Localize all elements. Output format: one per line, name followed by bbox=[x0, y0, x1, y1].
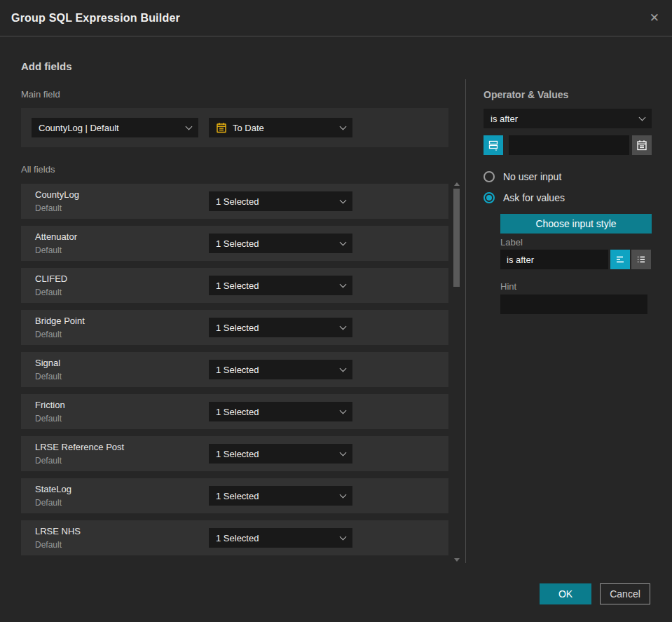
field-values-select[interactable]: 1 Selected bbox=[209, 528, 352, 548]
field-subtitle: Default bbox=[35, 203, 62, 213]
field-name: CLIFED bbox=[35, 273, 67, 284]
field-values-select-value: 1 Selected bbox=[216, 196, 335, 207]
field-row: Friction Default 1 Selected bbox=[21, 394, 448, 429]
cancel-button[interactable]: Cancel bbox=[600, 583, 650, 604]
radio-label: No user input bbox=[503, 171, 561, 182]
date-picker-button[interactable] bbox=[632, 135, 652, 155]
dialog-titlebar: Group SQL Expression Builder ✕ bbox=[0, 0, 672, 36]
field-values-select[interactable]: 1 Selected bbox=[209, 276, 352, 295]
field-name: Friction bbox=[35, 400, 65, 410]
align-left-icon bbox=[615, 254, 626, 265]
field-values-select-value: 1 Selected bbox=[216, 323, 335, 333]
field-row: LRSE NHS Default 1 Selected bbox=[21, 520, 448, 555]
main-field-select-value: CountyLog | Default bbox=[39, 123, 181, 133]
field-values-select-value: 1 Selected bbox=[216, 238, 335, 249]
text-input-style-button[interactable] bbox=[610, 250, 630, 269]
main-field-panel: CountyLog | Default To Date bbox=[21, 108, 448, 147]
field-name: StateLog bbox=[35, 484, 71, 494]
hint-input[interactable] bbox=[500, 295, 647, 314]
field-row: CountyLog Default 1 Selected bbox=[21, 184, 448, 219]
add-fields-heading: Add fields bbox=[21, 60, 72, 72]
chevron-down-icon bbox=[340, 365, 347, 372]
main-field-label: Main field bbox=[21, 89, 60, 100]
field-values-select[interactable]: 1 Selected bbox=[209, 234, 352, 253]
label-input[interactable] bbox=[500, 250, 608, 269]
field-subtitle: Default bbox=[35, 540, 62, 550]
scrollbar-down-arrow-icon[interactable] bbox=[454, 558, 460, 562]
field-row: Bridge Point Default 1 Selected bbox=[21, 310, 448, 345]
stacked-values-icon bbox=[488, 140, 499, 151]
chevron-down-icon bbox=[340, 123, 347, 130]
operator-select-value: is after bbox=[491, 114, 634, 124]
field-values-select-value: 1 Selected bbox=[216, 407, 335, 417]
main-field-select[interactable]: CountyLog | Default bbox=[32, 118, 198, 137]
field-name: Bridge Point bbox=[35, 316, 85, 326]
list-scrollbar[interactable] bbox=[453, 181, 461, 563]
field-subtitle: Default bbox=[35, 498, 62, 508]
panel-divider bbox=[465, 79, 466, 563]
operator-select[interactable]: is after bbox=[484, 109, 652, 128]
calendar-icon bbox=[636, 140, 647, 151]
dialog-title: Group SQL Expression Builder bbox=[11, 12, 180, 25]
field-subtitle: Default bbox=[35, 288, 62, 297]
field-row: StateLog Default 1 Selected bbox=[21, 478, 448, 513]
field-values-select-value: 1 Selected bbox=[216, 280, 335, 291]
field-name: Attenuator bbox=[35, 231, 77, 242]
scrollbar-thumb[interactable] bbox=[453, 189, 460, 287]
chevron-down-icon bbox=[639, 114, 646, 121]
field-values-select-value: 1 Selected bbox=[216, 533, 335, 543]
chevron-down-icon bbox=[340, 238, 347, 245]
field-name: LRSE NHS bbox=[35, 526, 81, 536]
value-input[interactable] bbox=[509, 135, 629, 155]
field-name: CountyLog bbox=[35, 189, 79, 200]
field-values-select[interactable]: 1 Selected bbox=[209, 360, 352, 379]
field-values-select[interactable]: 1 Selected bbox=[209, 486, 352, 506]
radio-circle-selected-icon bbox=[484, 192, 495, 203]
field-values-select-value: 1 Selected bbox=[216, 491, 335, 501]
choose-input-style-button[interactable]: Choose input style bbox=[500, 214, 652, 234]
calendar-icon bbox=[216, 122, 227, 133]
chevron-down-icon bbox=[340, 323, 347, 330]
date-type-select[interactable]: To Date bbox=[209, 118, 352, 137]
label-caption: Label bbox=[500, 237, 523, 248]
radio-no-user-input[interactable]: No user input bbox=[484, 171, 561, 182]
field-row: CLIFED Default 1 Selected bbox=[21, 268, 448, 303]
list-input-style-button[interactable] bbox=[631, 250, 651, 269]
field-values-select-value: 1 Selected bbox=[216, 449, 335, 459]
field-values-select-value: 1 Selected bbox=[216, 365, 335, 375]
chevron-down-icon bbox=[186, 123, 193, 130]
value-input-row bbox=[484, 135, 652, 155]
radio-ask-for-values[interactable]: Ask for values bbox=[484, 192, 565, 203]
all-fields-list: CountyLog Default 1 Selected Attenuator … bbox=[21, 184, 448, 562]
chevron-down-icon bbox=[340, 196, 347, 203]
chevron-down-icon bbox=[340, 491, 347, 498]
field-row: Signal Default 1 Selected bbox=[21, 352, 448, 387]
field-subtitle: Default bbox=[35, 330, 62, 339]
radio-label: Ask for values bbox=[503, 192, 565, 203]
field-subtitle: Default bbox=[35, 372, 62, 381]
field-name: LRSE Reference Post bbox=[35, 442, 124, 452]
field-row: LRSE Reference Post Default 1 Selected bbox=[21, 436, 448, 471]
radio-circle-icon bbox=[484, 171, 495, 182]
chevron-down-icon bbox=[340, 449, 347, 456]
ok-button[interactable]: OK bbox=[540, 583, 591, 604]
close-icon[interactable]: ✕ bbox=[650, 11, 659, 25]
bulleted-list-icon bbox=[636, 254, 647, 265]
hint-caption: Hint bbox=[500, 281, 516, 292]
chevron-down-icon bbox=[340, 533, 347, 540]
field-subtitle: Default bbox=[35, 414, 62, 424]
stacked-values-button[interactable] bbox=[484, 135, 503, 155]
field-subtitle: Default bbox=[35, 245, 62, 255]
field-subtitle: Default bbox=[35, 456, 62, 466]
field-values-select[interactable]: 1 Selected bbox=[209, 402, 352, 421]
operator-values-heading: Operator & Values bbox=[484, 89, 568, 100]
field-row: Attenuator Default 1 Selected bbox=[21, 226, 448, 261]
field-values-select[interactable]: 1 Selected bbox=[209, 318, 352, 337]
field-values-select[interactable]: 1 Selected bbox=[209, 191, 352, 211]
scrollbar-up-arrow-icon[interactable] bbox=[454, 182, 460, 186]
all-fields-label: All fields bbox=[21, 164, 55, 175]
chevron-down-icon bbox=[340, 280, 347, 288]
field-name: Signal bbox=[35, 358, 60, 368]
chevron-down-icon bbox=[340, 407, 347, 414]
field-values-select[interactable]: 1 Selected bbox=[209, 444, 352, 464]
